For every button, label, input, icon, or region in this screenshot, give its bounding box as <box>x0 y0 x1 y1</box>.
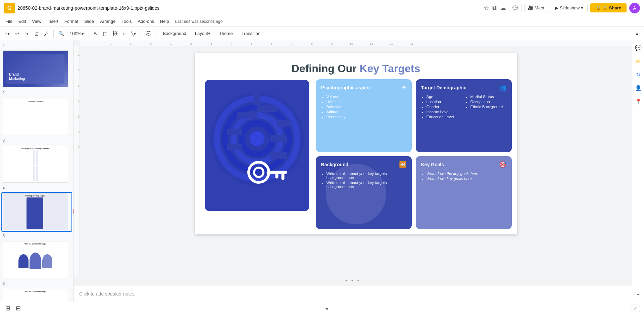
background-label: Background <box>163 31 186 36</box>
card-target-demographic-title: Target Demographic 👥 <box>421 84 506 91</box>
right-icon-add[interactable]: + <box>634 290 643 299</box>
layout-button[interactable]: Layout▾ <box>191 29 214 38</box>
ruler-tick: 10 <box>334 42 354 45</box>
slideshow-icon: ▶ <box>555 5 558 10</box>
demographic-content: Age Location Gender Income Level Educati… <box>421 95 506 120</box>
line-button[interactable]: ╲▾ <box>129 30 138 38</box>
avatar[interactable]: A <box>629 3 640 13</box>
transition-button[interactable]: Transition <box>238 29 264 38</box>
cloud-icon[interactable]: ☁ <box>500 4 506 12</box>
slide-thumb-4[interactable]: Defining Our Key Targets <box>1 192 72 232</box>
expand-button[interactable]: ⤢ <box>631 305 640 312</box>
menu-help[interactable]: Help <box>157 17 172 25</box>
slide-thumb-2[interactable]: Table of Content <box>1 97 72 136</box>
zoom-out-button[interactable]: 🔍 <box>56 30 66 38</box>
share-button[interactable]: 🔒 🔒 Share <box>590 3 627 12</box>
menu-tools[interactable]: Tools <box>119 17 134 25</box>
menu-format[interactable]: Format <box>62 17 81 25</box>
slide-preview-6: Who are Our Client Groups <box>3 289 68 302</box>
maze-image <box>205 80 309 211</box>
slide-dots-indicator: • • • <box>345 278 361 284</box>
ruler-tick: -1 <box>112 42 132 45</box>
select-button[interactable]: ⬚ <box>101 30 109 38</box>
right-icon-person[interactable]: 👤 <box>634 83 643 93</box>
undo-button[interactable]: ↩ <box>13 30 21 38</box>
ruler-tick: 9 <box>313 42 334 45</box>
ruler-tick: 5 <box>233 42 253 45</box>
slide-thumb-3[interactable]: One Page Brand Strategy Overview <box>1 144 72 184</box>
background-button[interactable]: Background <box>159 29 190 38</box>
card-grid: Psychographic aspect ✦ Values Hobbies Be… <box>316 79 512 229</box>
right-icon-grid[interactable]: ⊞ <box>634 56 643 66</box>
present-icon[interactable]: ⧉ <box>492 4 497 12</box>
transition-label: Transition <box>241 31 260 36</box>
comment-button[interactable]: 💬 <box>509 4 522 12</box>
slideshow-button[interactable]: ▶ Slideshow ▾ <box>551 4 588 12</box>
menu-addons[interactable]: Add-ons <box>135 17 157 25</box>
slide-preview-4: Defining Our Key Targets <box>3 193 68 230</box>
slide-1-title: BrandMarketing <box>9 72 25 81</box>
slide-thumb-1[interactable]: BrandMarketing <box>1 49 72 89</box>
notes-placeholder[interactable]: Click to add speaker notes <box>79 291 135 297</box>
app-icon: G <box>4 3 15 13</box>
title-bar: G 20650-02-brand-marketing-powerpoint-te… <box>0 0 644 16</box>
right-icon-map[interactable]: 📍 <box>634 97 643 106</box>
collapse-sidebar-button[interactable]: ◂ <box>325 306 328 311</box>
list-item: Ethnic Background <box>470 105 506 109</box>
slide-preview-2: Table of Content <box>3 98 68 135</box>
zoom-percent[interactable]: 100%▾ <box>67 30 86 38</box>
comment-toolbar-button[interactable]: 💬 <box>144 30 153 38</box>
ruler-vtick: 5 <box>78 115 80 118</box>
main-area: 1 BrandMarketing 2 Table of Content <box>0 40 644 302</box>
ruler-tick: 13 <box>394 42 414 45</box>
canvas-with-ruler: 1 2 3 4 5 6 7 Defining Our Key Targets <box>74 46 632 276</box>
slide-number-1: 1 <box>1 43 72 47</box>
slide-thumb-6[interactable]: Who are Our Client Groups <box>1 287 72 302</box>
notes-area[interactable]: Click to add speaker notes <box>74 285 632 302</box>
menu-slide[interactable]: Slide <box>82 17 97 25</box>
slide-thumb-5[interactable]: Who are Our Client Groups <box>1 240 72 279</box>
slideshow-chevron[interactable]: ▾ <box>581 5 583 10</box>
menu-file[interactable]: File <box>3 17 15 25</box>
ruler-tick: 0 <box>132 42 152 45</box>
grid-view-button[interactable]: ⊞ <box>4 303 12 313</box>
menu-insert[interactable]: Insert <box>45 17 61 25</box>
slide-number-2: 2 <box>1 91 72 95</box>
shapes-button[interactable]: ○ <box>121 30 128 38</box>
slide-4-content <box>27 197 45 229</box>
redo-button[interactable]: ↪ <box>22 30 31 38</box>
menu-edit[interactable]: Edit <box>16 17 29 25</box>
cursor-button[interactable]: ↖ <box>92 30 100 38</box>
list-item: Education Level <box>427 115 462 119</box>
list-item: Marital Status <box>470 95 506 99</box>
background-card-icon: ⏪ <box>399 161 406 168</box>
card-key-goals-label: Key Goals <box>421 162 444 167</box>
slide-title-colored: Key Targets <box>359 62 420 75</box>
image-button[interactable]: 🖼 <box>111 30 119 38</box>
menu-arrange[interactable]: Arrange <box>97 17 118 25</box>
right-icon-refresh[interactable]: ↻ <box>634 70 643 79</box>
last-edit: Last edit was seconds ago <box>175 19 222 24</box>
psychographic-icon: ✦ <box>401 84 406 91</box>
filmstrip-view-button[interactable]: ⊟ <box>14 303 22 313</box>
canvas-scroll[interactable]: Defining Our Key Targets <box>80 46 632 276</box>
paintformat-button[interactable]: 🖌 <box>42 30 51 38</box>
theme-button[interactable]: Theme <box>215 29 236 38</box>
menu-view[interactable]: View <box>29 17 44 25</box>
meet-button[interactable]: 🎥 Meet <box>524 4 548 12</box>
demographic-col2: Marital Status Occupation Ethnic Backgro… <box>465 95 506 120</box>
list-item: Age <box>427 95 462 99</box>
card-background: Background ⏪ Write details about your ke… <box>316 156 412 229</box>
separator-3 <box>141 30 141 38</box>
star-icon[interactable]: ☆ <box>484 4 489 12</box>
right-icon-chat[interactable]: 💬 <box>634 43 643 52</box>
ruler-tick: 11 <box>354 42 374 45</box>
slide-canvas[interactable]: Defining Our Key Targets <box>195 53 517 234</box>
add-button[interactable]: +▾ <box>3 30 12 38</box>
slide-1-content: BrandMarketing <box>3 51 68 87</box>
collapse-toolbar-button[interactable]: ▲ <box>633 30 641 38</box>
list-item: Write details about your key targets bac… <box>327 181 406 189</box>
print-button[interactable]: 🖨 <box>32 30 41 38</box>
separator-1 <box>53 30 54 38</box>
svg-point-6 <box>250 131 264 146</box>
